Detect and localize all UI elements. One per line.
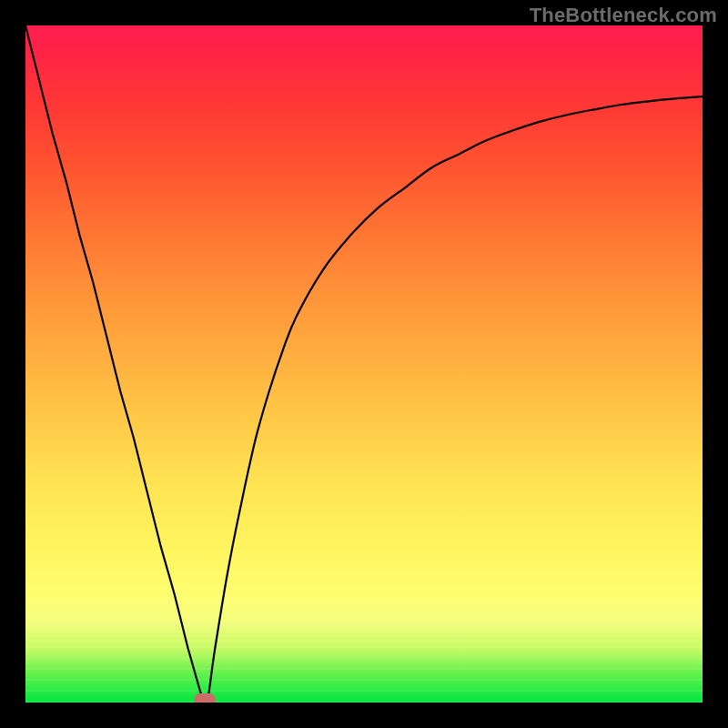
plot-area (25, 25, 703, 703)
watermark-text: TheBottleneck.com (530, 4, 717, 27)
bottleneck-curve (25, 25, 703, 703)
chart-frame: TheBottleneck.com (0, 0, 728, 728)
minimum-marker (194, 693, 216, 703)
